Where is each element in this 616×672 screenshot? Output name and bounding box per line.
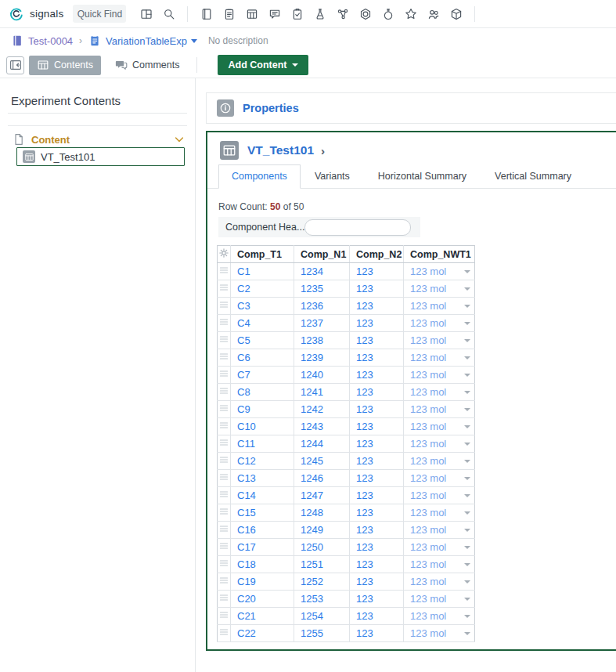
- cell-comp-n1[interactable]: 1253: [294, 591, 350, 608]
- cell-comp-n2[interactable]: 123: [350, 556, 404, 573]
- cell-comp-t1[interactable]: C17: [231, 539, 294, 556]
- cell-comp-n2[interactable]: 123: [350, 453, 404, 470]
- column-header-comp-t1[interactable]: Comp_T1: [231, 246, 294, 263]
- favorites-icon[interactable]: [403, 6, 418, 21]
- chevron-down-icon[interactable]: [173, 133, 186, 146]
- filter-input[interactable]: [304, 219, 411, 236]
- unit-dropdown-caret-icon[interactable]: [464, 270, 470, 273]
- cell-comp-n2[interactable]: 123: [350, 625, 404, 642]
- cell-comp-t1[interactable]: C13: [231, 470, 294, 487]
- cell-comp-t1[interactable]: C21: [231, 608, 294, 625]
- cell-comp-n2[interactable]: 123: [350, 349, 404, 367]
- collapse-sidebar-button[interactable]: [6, 56, 24, 74]
- drag-handle-icon[interactable]: [218, 626, 230, 638]
- cell-comp-nwt1[interactable]: 123 mol: [404, 435, 475, 453]
- unit-dropdown-caret-icon[interactable]: [464, 477, 470, 480]
- breadcrumb-notebook-link[interactable]: Test-0004: [28, 35, 73, 47]
- sidebar-section-content[interactable]: Content: [13, 130, 186, 149]
- unit-dropdown-caret-icon[interactable]: [464, 563, 470, 566]
- signals-logo[interactable]: signals: [8, 5, 63, 23]
- cell-comp-n2[interactable]: 123: [350, 332, 404, 349]
- cell-comp-nwt1[interactable]: 123 mol: [404, 332, 475, 349]
- unit-dropdown-caret-icon[interactable]: [464, 305, 470, 308]
- unit-dropdown-caret-icon[interactable]: [464, 580, 470, 583]
- column-header-comp-n2[interactable]: Comp_N2: [350, 246, 404, 263]
- cell-comp-n1[interactable]: 1247: [294, 487, 350, 504]
- cell-comp-nwt1[interactable]: 123 mol: [404, 280, 475, 298]
- cell-comp-n1[interactable]: 1242: [294, 401, 350, 418]
- cell-comp-n1[interactable]: 1245: [294, 453, 350, 470]
- worksheet-icon[interactable]: [244, 6, 259, 21]
- cell-comp-nwt1[interactable]: 123 mol: [404, 384, 475, 401]
- chemistry-icon[interactable]: [358, 6, 373, 21]
- cell-comp-n1[interactable]: 1236: [294, 298, 350, 315]
- cell-comp-t1[interactable]: C9: [231, 401, 294, 418]
- tab-vertical-summary[interactable]: Vertical Summary: [481, 165, 585, 188]
- cell-comp-t1[interactable]: C12: [231, 453, 294, 470]
- drag-handle-icon[interactable]: [218, 333, 230, 345]
- unit-dropdown-caret-icon[interactable]: [464, 632, 470, 635]
- tab-components[interactable]: Components: [218, 164, 301, 189]
- cell-comp-t1[interactable]: C3: [231, 298, 294, 315]
- cell-comp-nwt1[interactable]: 123 mol: [404, 453, 475, 470]
- cell-comp-nwt1[interactable]: 123 mol: [404, 539, 475, 556]
- unit-dropdown-caret-icon[interactable]: [464, 408, 470, 411]
- unit-dropdown-caret-icon[interactable]: [464, 529, 470, 532]
- drag-handle-icon[interactable]: [218, 367, 230, 380]
- cell-comp-n2[interactable]: 123: [350, 280, 404, 298]
- drag-handle-icon[interactable]: [218, 402, 230, 414]
- gear-icon[interactable]: [218, 247, 230, 259]
- experiment-menu-caret-icon[interactable]: [191, 39, 197, 43]
- cell-comp-n1[interactable]: 1249: [294, 522, 350, 539]
- cell-comp-t1[interactable]: C15: [231, 504, 294, 522]
- groups-icon[interactable]: [426, 6, 441, 21]
- cell-comp-n2[interactable]: 123: [350, 263, 404, 280]
- drag-handle-icon[interactable]: [218, 298, 230, 311]
- drag-handle-icon[interactable]: [218, 609, 230, 621]
- cell-comp-t1[interactable]: C20: [231, 591, 294, 608]
- cell-comp-n1[interactable]: 1234: [294, 263, 350, 280]
- cell-comp-nwt1[interactable]: 123 mol: [404, 608, 475, 625]
- drag-handle-icon[interactable]: [218, 522, 230, 535]
- drag-handle-icon[interactable]: [218, 471, 230, 483]
- cell-comp-nwt1[interactable]: 123 mol: [404, 522, 475, 539]
- materials-icon[interactable]: [312, 6, 327, 21]
- unit-dropdown-caret-icon[interactable]: [464, 511, 470, 515]
- drag-handle-icon[interactable]: [218, 540, 230, 552]
- breadcrumb-experiment-link[interactable]: VariationTableExp: [106, 35, 187, 47]
- unit-dropdown-caret-icon[interactable]: [464, 287, 470, 291]
- tab-contents[interactable]: Contents: [29, 56, 101, 75]
- cell-comp-nwt1[interactable]: 123 mol: [404, 401, 475, 418]
- card-title-link[interactable]: VT_Test101: [247, 143, 314, 157]
- cell-comp-n2[interactable]: 123: [350, 384, 404, 401]
- cell-comp-n2[interactable]: 123: [350, 315, 404, 332]
- cell-comp-n1[interactable]: 1237: [294, 315, 350, 332]
- cell-comp-t1[interactable]: C1: [231, 263, 294, 280]
- unit-dropdown-caret-icon[interactable]: [464, 460, 470, 463]
- cell-comp-t1[interactable]: C6: [231, 349, 294, 367]
- tab-variants[interactable]: Variants: [301, 165, 364, 188]
- quick-find-input[interactable]: Quick Find: [73, 5, 126, 23]
- cell-comp-nwt1[interactable]: 123 mol: [404, 504, 475, 522]
- cell-comp-t1[interactable]: C18: [231, 556, 294, 573]
- cell-comp-n2[interactable]: 123: [350, 573, 404, 591]
- sidebar-item-vt-test101[interactable]: VT_Test101: [16, 147, 185, 166]
- cell-comp-t1[interactable]: C5: [231, 332, 294, 349]
- cell-comp-n2[interactable]: 123: [350, 298, 404, 315]
- cell-comp-t1[interactable]: C2: [231, 280, 294, 298]
- cell-comp-n2[interactable]: 123: [350, 418, 404, 435]
- sample-icon[interactable]: [380, 6, 395, 21]
- cell-comp-n2[interactable]: 123: [350, 367, 404, 384]
- cell-comp-n1[interactable]: 1255: [294, 625, 350, 642]
- tab-comments[interactable]: Comments: [109, 56, 186, 75]
- drag-handle-icon[interactable]: [218, 436, 230, 449]
- cell-comp-t1[interactable]: C7: [231, 367, 294, 384]
- column-header-comp-n1[interactable]: Comp_N1: [294, 246, 350, 263]
- tab-horizontal-summary[interactable]: Horizontal Summary: [364, 165, 481, 188]
- cell-comp-n1[interactable]: 1235: [294, 280, 350, 298]
- cell-comp-nwt1[interactable]: 123 mol: [404, 315, 475, 332]
- cell-comp-t1[interactable]: C11: [231, 435, 294, 453]
- unit-dropdown-caret-icon[interactable]: [464, 374, 470, 377]
- cell-comp-n2[interactable]: 123: [350, 608, 404, 625]
- cell-comp-n1[interactable]: 1252: [294, 573, 350, 591]
